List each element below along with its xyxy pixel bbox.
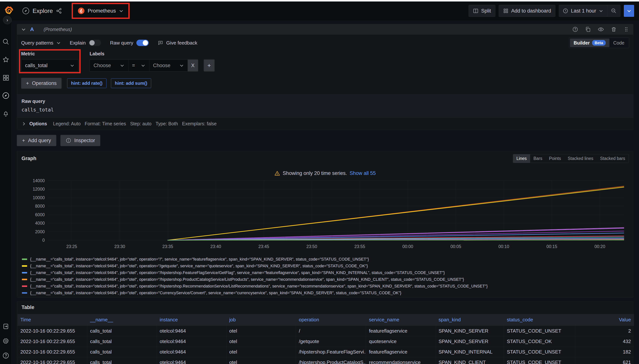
column-header-span-kind[interactable]: span_kind	[436, 314, 504, 326]
legend-series-label: {__name__="calls_total", instance="otelc…	[30, 277, 464, 282]
column-header-time[interactable]: Time	[18, 314, 87, 326]
query-hint-button[interactable]: hint: add rate()	[67, 78, 106, 88]
show-all-series-link[interactable]: Show all 55	[350, 170, 376, 176]
column-header-value[interactable]: Value	[575, 314, 634, 326]
options-meta: Legend: AutoFormat: Time seriesStep: aut…	[53, 121, 221, 126]
query-row-header[interactable]: A (Prometheus)	[17, 24, 633, 34]
eye-icon[interactable]	[598, 26, 604, 32]
dashboards-icon[interactable]	[2, 74, 9, 81]
share-icon[interactable]	[56, 8, 62, 14]
remove-label-filter-button[interactable]: X	[188, 60, 198, 72]
raw-query-value: calls_total	[22, 107, 629, 112]
sign-in-icon[interactable]	[2, 323, 9, 330]
add-query-button[interactable]: + Add query	[17, 135, 56, 146]
add-label-filter-button[interactable]: +	[204, 60, 214, 72]
operations-button[interactable]: + Operations	[21, 78, 62, 89]
x-axis-tick: 23:30	[114, 244, 125, 249]
x-axis-tick: 23:45	[258, 244, 269, 249]
label-key-select[interactable]: Choose	[90, 60, 128, 72]
options-row[interactable]: Options Legend: AutoFormat: Time seriesS…	[17, 118, 633, 130]
explain-label: Explain	[70, 40, 86, 46]
chevron-down-icon	[599, 8, 603, 13]
explore-icon-active[interactable]	[2, 92, 9, 99]
help-icon[interactable]	[2, 352, 9, 359]
legend-item[interactable]: {__name__="calls_total", instance="otelc…	[22, 269, 628, 276]
query-hint-button[interactable]: hint: add sum()	[111, 78, 151, 88]
table-cell: STATUS_CODE_UNSET	[504, 357, 575, 364]
top-navbar: Explore Prometheus Split	[0, 2, 639, 20]
table-cell: 2022-10-16 00:22:29.655	[18, 346, 87, 357]
metric-select[interactable]: calls_total	[21, 60, 78, 72]
column-header-service-name[interactable]: service_name	[366, 314, 436, 326]
legend-item[interactable]: {__name__="calls_total", instance="otelc…	[22, 290, 628, 296]
split-button[interactable]: Split	[468, 5, 495, 17]
raw-query-toggle[interactable]	[136, 40, 149, 46]
sidebar-expand-button[interactable]: ›	[3, 16, 12, 24]
query-row-actions	[572, 26, 629, 32]
legend-color-dash	[22, 272, 27, 274]
run-query-button[interactable]: Run query	[624, 5, 634, 17]
run-query-dropdown[interactable]	[624, 5, 634, 17]
zoom-out-time-button[interactable]	[607, 5, 620, 17]
query-patterns-dropdown[interactable]: Query patterns	[21, 40, 61, 46]
time-series-chart[interactable]: 0200040006000800010000120001400023:2523:…	[17, 177, 633, 255]
starred-icon[interactable]	[2, 56, 9, 63]
column-header-status-code[interactable]: status_code	[504, 314, 575, 326]
explain-toggle-wrap: Explain	[70, 40, 101, 46]
graph-style-points[interactable]: Points	[546, 154, 564, 163]
raw-query-toggle-label: Raw query	[110, 40, 133, 46]
legend-series-label: {__name__="calls_total", instance="otelc…	[30, 291, 402, 295]
legend-color-dash	[22, 265, 27, 267]
datasource-picker[interactable]: Prometheus	[74, 5, 128, 17]
drag-handle-icon[interactable]	[624, 26, 629, 32]
x-axis-tick: 23:25	[66, 244, 77, 249]
label-value-select[interactable]: Choose	[149, 60, 188, 72]
copy-icon[interactable]	[585, 26, 591, 32]
chevron-down-icon	[70, 63, 74, 68]
table-row[interactable]: 2022-10-16 00:22:29.655calls_totalotelco…	[18, 336, 634, 346]
column-header-operation[interactable]: operation	[296, 314, 366, 326]
graph-style-lines[interactable]: Lines	[513, 154, 530, 163]
trash-icon[interactable]	[611, 26, 617, 32]
search-icon[interactable]	[2, 38, 9, 45]
graph-style-stacked-bars[interactable]: Stacked bars	[597, 154, 628, 163]
legend-item[interactable]: {__name__="calls_total", instance="otelc…	[22, 262, 628, 269]
table-cell: featureflagservice	[366, 346, 436, 357]
plus-icon: +	[26, 80, 29, 86]
grafana-logo[interactable]	[5, 6, 14, 16]
legend-color-dash	[22, 279, 27, 280]
split-label: Split	[481, 8, 491, 14]
y-axis-tick: 10000	[33, 195, 45, 200]
table-row[interactable]: 2022-10-16 00:22:29.655calls_totalotelco…	[18, 346, 634, 357]
column-header--name-[interactable]: __name__	[87, 314, 156, 326]
collapse-chevron-icon[interactable]	[21, 27, 26, 32]
builder-mode-button[interactable]: Builder Beta	[570, 38, 610, 47]
column-header-instance[interactable]: instance	[156, 314, 226, 326]
add-to-dashboard-button[interactable]: Add to dashboard	[499, 5, 556, 17]
explain-toggle[interactable]	[89, 40, 101, 46]
help-circle-icon[interactable]	[572, 26, 578, 32]
time-range-button[interactable]: Last 1 hour	[559, 5, 607, 17]
label-operator-select[interactable]: =	[128, 60, 149, 72]
table-row[interactable]: 2022-10-16 00:22:29.655calls_totalotelco…	[18, 326, 634, 336]
y-axis-tick: 6000	[35, 212, 45, 217]
table-cell: /hipstershop.FeatureFlagServi…	[296, 346, 366, 357]
table-row[interactable]: 2022-10-16 00:22:29.655calls_totalotelco…	[18, 357, 634, 364]
table-panel-title: Table	[22, 304, 34, 310]
settings-gear-icon[interactable]	[2, 338, 9, 344]
graph-style-bars[interactable]: Bars	[530, 154, 546, 163]
operations-label: Operations	[32, 80, 57, 86]
inspector-button[interactable]: Inspector	[60, 135, 100, 146]
legend-item[interactable]: {__name__="calls_total", instance="otelc…	[22, 276, 628, 283]
legend-item[interactable]: {__name__="calls_total", instance="otelc…	[22, 256, 628, 262]
give-feedback-link[interactable]: Give feedback	[158, 40, 197, 46]
graph-style-stacked-lines[interactable]: Stacked lines	[564, 154, 597, 163]
legend-color-dash	[22, 258, 27, 260]
alerting-bell-icon[interactable]	[2, 110, 9, 117]
column-header-job[interactable]: job	[226, 314, 296, 326]
legend-color-dash	[22, 286, 27, 287]
query-datasource-label: (Prometheus)	[44, 27, 72, 32]
legend-item[interactable]: {__name__="calls_total", instance="otelc…	[22, 283, 628, 290]
legend-item-clipped[interactable]: {__name__="calls_total", instance="otelc…	[22, 296, 628, 298]
code-mode-button[interactable]: Code	[610, 39, 628, 47]
